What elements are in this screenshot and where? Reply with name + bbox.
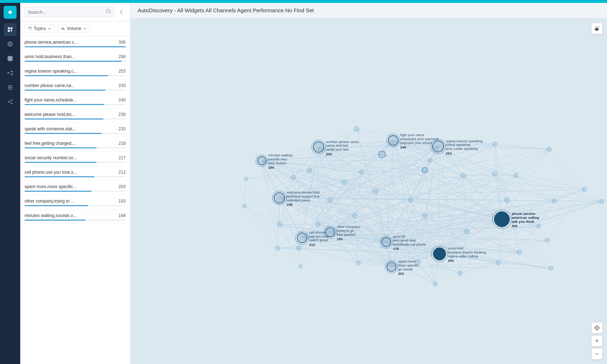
svg-point-443 (276, 246, 280, 251)
node-n20[interactable] (492, 171, 498, 176)
node-label-text: regina miller calling (448, 254, 478, 258)
node-n41[interactable] (549, 266, 553, 270)
logo[interactable] (4, 6, 17, 19)
node-n35[interactable] (547, 147, 551, 151)
list-item[interactable]: fight your name,schedule... 240 (20, 94, 130, 108)
node-n12[interactable] (379, 151, 386, 158)
svg-point-418 (326, 228, 335, 237)
collapse-button[interactable] (117, 8, 126, 16)
list-item[interactable]: cell phone,use you lose,s... 212 (20, 166, 130, 181)
list-item-label: minutes waiting,sounds v... (25, 213, 97, 218)
node-n25[interactable] (328, 198, 333, 203)
list-item-bar (25, 147, 96, 148)
node-n44[interactable] (415, 260, 420, 265)
node-n37[interactable] (582, 187, 586, 192)
node-n23[interactable] (517, 250, 522, 255)
list-item-count: 306 (115, 40, 126, 45)
locate-button[interactable] (591, 322, 603, 334)
search-icon[interactable] (106, 9, 111, 15)
node-n30[interactable] (276, 246, 280, 251)
node-n33[interactable] (493, 142, 497, 146)
node-n49[interactable] (277, 222, 282, 227)
node-n40[interactable] (545, 238, 550, 242)
node-n36[interactable] (552, 199, 557, 203)
node-n45[interactable] (356, 261, 361, 265)
node-n18[interactable] (408, 198, 413, 203)
node-n27[interactable] (244, 177, 248, 181)
node-n39[interactable] (537, 224, 541, 229)
node-n34[interactable] (514, 173, 518, 178)
list-item[interactable]: spent more,more specific... 203 (20, 181, 130, 195)
list-item-bar-bg (25, 90, 126, 91)
node-n28[interactable] (242, 204, 246, 208)
list-item[interactable]: regina towson speaking,c... 253 (20, 65, 130, 79)
node-n31[interactable] (422, 213, 427, 218)
nav-item-settings[interactable] (4, 52, 17, 65)
list-item[interactable]: welcome please hold,tec... 238 (20, 108, 130, 123)
list-item-bar-bg (25, 220, 126, 221)
node-n38[interactable] (600, 199, 604, 204)
svg-point-408 (432, 141, 444, 152)
node-n15[interactable] (307, 168, 312, 173)
node-n26[interactable] (291, 175, 296, 179)
nav-item-share[interactable] (4, 95, 17, 108)
svg-point-425 (379, 151, 386, 158)
svg-point-424 (258, 156, 266, 165)
list-item-bar (25, 162, 96, 163)
zoom-out-button[interactable]: − (591, 348, 603, 360)
node-label-text: other company (337, 225, 360, 229)
list-item[interactable]: feel free,getting charged,... 218 (20, 137, 130, 152)
list-item-label: number please came,na... (25, 83, 97, 88)
nav-item-list[interactable] (4, 81, 17, 94)
list-item[interactable]: phone service,american c... 306 (20, 36, 130, 51)
node-n48[interactable] (316, 222, 320, 227)
list-item[interactable]: other company,trying to ... 193 (20, 195, 130, 209)
node-label-text: regina towson speaking (446, 139, 483, 143)
node-n24[interactable] (352, 213, 357, 218)
node-count-text: 193 (337, 237, 343, 241)
node-n19[interactable] (461, 173, 466, 178)
list-item[interactable]: social security number,so... 217 (20, 152, 130, 166)
node-n32[interactable] (428, 158, 432, 162)
list-item[interactable]: speak with someone,stat... 233 (20, 123, 130, 137)
node-count-text: 240 (400, 145, 406, 149)
topics-filter[interactable]: Topics (25, 24, 55, 33)
list-item-bar-bg (25, 75, 126, 76)
node-n46[interactable] (458, 272, 462, 276)
node-n29[interactable] (297, 246, 301, 251)
node-n22[interactable] (464, 229, 469, 234)
list-item-bar (25, 90, 106, 91)
list-item[interactable]: minutes waiting,sounds v... 184 (20, 209, 130, 224)
list-item-label: phone service,american c... (25, 40, 97, 45)
node-n17[interactable] (373, 189, 378, 194)
list-item-count: 253 (115, 69, 126, 74)
volume-filter[interactable]: Volume (58, 24, 90, 33)
node-n42[interactable] (496, 261, 501, 265)
search-wrap[interactable] (25, 6, 114, 17)
list-item-bar-bg (25, 46, 126, 47)
node-n50[interactable] (360, 170, 364, 174)
node-count-text: 203 (398, 272, 404, 276)
search-input[interactable] (28, 9, 104, 15)
settings-button[interactable] (591, 23, 603, 34)
list-item[interactable]: number please came,na... 243 (20, 79, 130, 94)
graph-area[interactable]: phone serviceamerican callingtalk you th… (130, 18, 607, 364)
node-count-text: 253 (446, 151, 452, 155)
node-n16[interactable] (342, 180, 347, 185)
node-n43[interactable] (433, 282, 438, 286)
list-item-bar-bg (25, 118, 126, 120)
node-n14[interactable] (354, 126, 359, 131)
node-n47[interactable] (299, 265, 302, 268)
nav-item-workflow[interactable] (4, 66, 17, 79)
node-label-text: technical support line (287, 194, 320, 198)
svg-point-461 (316, 222, 320, 227)
network-graph: phone serviceamerican callingtalk you th… (130, 18, 607, 364)
svg-rect-8 (8, 87, 13, 88)
zoom-in-button[interactable]: + (591, 335, 603, 347)
list-item[interactable]: umm hold,business than... 294 (20, 51, 130, 65)
node-n21[interactable] (505, 198, 510, 203)
nav-item-analytics[interactable] (4, 23, 17, 36)
node-n13[interactable] (422, 168, 428, 173)
nav-item-target[interactable] (4, 38, 17, 51)
node-count-text: 243 (326, 152, 332, 156)
